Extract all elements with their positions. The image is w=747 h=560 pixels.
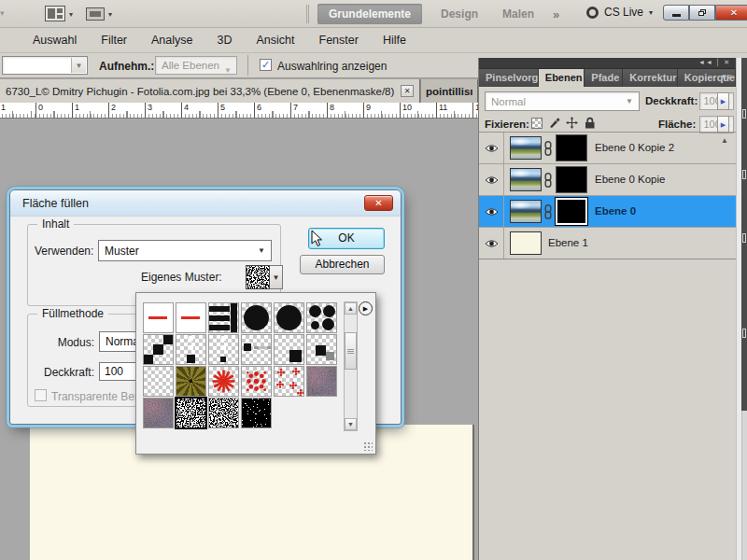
- pattern-swatch-black-square-bottom-right[interactable]: [274, 334, 304, 365]
- pattern-swatch-diagonal-black-squares[interactable]: [143, 334, 174, 365]
- verwenden-dropdown[interactable]: Muster ▼: [98, 240, 272, 261]
- pattern-swatch-bw-noise-dense[interactable]: [241, 398, 272, 428]
- popup-resize-grip[interactable]: [363, 441, 373, 451]
- pattern-swatch-dotted-column-black-square[interactable]: [176, 334, 206, 365]
- pattern-swatch-black-stripes[interactable]: [208, 302, 239, 333]
- layers-scroll-up-icon[interactable]: ▲: [721, 136, 728, 145]
- pattern-preview: [307, 367, 336, 396]
- arrange-documents-icon[interactable]: [45, 6, 65, 21]
- pattern-swatch-dark-purple-texture[interactable]: [143, 398, 174, 428]
- layer-row[interactable]: Ebene 0: [479, 196, 736, 228]
- restore-button[interactable]: [689, 5, 715, 21]
- collapsed-panel-icon[interactable]: [742, 329, 746, 338]
- layer-mask-thumbnail[interactable]: [556, 166, 587, 193]
- collapsed-panel-icon[interactable]: [742, 170, 746, 179]
- document-tab[interactable]: 6730_L© Dmitry Pichugin - Fotolia.com.jp…: [0, 79, 420, 103]
- ruler-number: 2: [111, 103, 116, 112]
- horizontal-ruler: 10123456789101112: [0, 103, 478, 119]
- layer-thumbnail[interactable]: [510, 136, 542, 160]
- pattern-swatch-black-circle-large[interactable]: [241, 302, 272, 333]
- transparente-checkbox[interactable]: [35, 389, 47, 401]
- menu-auswahl[interactable]: Auswahl: [21, 34, 89, 47]
- tab-close-icon[interactable]: ✕: [401, 85, 414, 97]
- document-tab[interactable]: pointillism: [421, 79, 478, 103]
- pattern-swatch-red-dash[interactable]: [176, 302, 206, 333]
- layer-visibility-cell[interactable]: [479, 133, 504, 164]
- layer-row[interactable]: Ebene 0 Kopie: [479, 164, 736, 196]
- layer-visibility-cell[interactable]: [479, 228, 504, 259]
- arrange-documents-caret-icon[interactable]: ▾: [69, 10, 73, 19]
- dropdown-caret-icon[interactable]: ▼: [71, 58, 86, 73]
- deckkraft-spin-icon[interactable]: ▶: [717, 92, 729, 110]
- menu-hilfe[interactable]: Hilfe: [371, 34, 418, 47]
- panel-tab-ebenen[interactable]: Ebenen: [539, 69, 585, 87]
- pattern-flyout-menu-icon[interactable]: ▶: [359, 301, 373, 315]
- pattern-picker-caret-icon[interactable]: ▼: [270, 265, 283, 289]
- pattern-swatch-black-circle-large[interactable]: [274, 302, 304, 333]
- panel-menu-icon[interactable]: ▾≡: [722, 72, 731, 81]
- panel-tab-pfade[interactable]: Pfade: [585, 69, 623, 87]
- collapsed-panel-icon[interactable]: [742, 109, 746, 119]
- pattern-swatch-dotted-column-small-square[interactable]: [208, 334, 239, 365]
- layer-thumbnail[interactable]: [510, 231, 542, 255]
- layer-mask-thumbnail[interactable]: [556, 198, 587, 225]
- application-bar: ▾ ▾ ▾ GrundelementeDesignMalen» CS Live …: [0, 0, 747, 28]
- cancel-button[interactable]: Abbrechen: [300, 255, 385, 274]
- layer-visibility-cell[interactable]: [479, 164, 504, 196]
- pattern-swatch-red-ornaments-scattered[interactable]: [274, 366, 304, 397]
- screen-mode-icon[interactable]: [86, 7, 105, 21]
- lock-transparency-icon[interactable]: [531, 118, 543, 129]
- collapse-panels-icon[interactable]: ◄◄: [698, 59, 713, 65]
- layer-mask-thumbnail[interactable]: [556, 134, 587, 161]
- workspace-tab-malen[interactable]: Malen: [497, 4, 540, 24]
- pattern-swatch-red-dash[interactable]: [143, 302, 174, 333]
- pattern-swatch-black-gray-squares[interactable]: [306, 334, 337, 365]
- pattern-swatch-black-circles-four[interactable]: [306, 302, 337, 333]
- scroll-up-icon[interactable]: ▲: [345, 302, 357, 315]
- cs-live-menu[interactable]: CS Live ▾: [586, 6, 653, 19]
- close-button[interactable]: ✕: [715, 5, 747, 21]
- dialog-close-button[interactable]: ✕: [364, 195, 393, 211]
- minimize-button[interactable]: [663, 5, 689, 21]
- panel-tab-korrektur[interactable]: Korrektur: [623, 69, 678, 87]
- tool-preset-dropdown[interactable]: ▼: [2, 56, 88, 75]
- workspace-overflow-icon[interactable]: »: [553, 7, 557, 21]
- pattern-swatch-bw-noise[interactable]: [176, 398, 206, 428]
- tool-dropdown-partial-icon[interactable]: ▾: [0, 8, 21, 21]
- lock-paint-brush-icon[interactable]: [548, 117, 560, 129]
- close-panel-icon[interactable]: ✕: [724, 59, 730, 65]
- pattern-swatch-transparent-checker[interactable]: [143, 366, 174, 397]
- layer-visibility-cell[interactable]: [479, 196, 504, 228]
- pattern-swatch-red-ornament[interactable]: [241, 366, 272, 397]
- pattern-swatch-black-square-gray-dashes[interactable]: [241, 334, 272, 365]
- layer-thumbnail[interactable]: [510, 168, 542, 191]
- screen-mode-caret-icon[interactable]: ▾: [108, 10, 112, 19]
- layer-row[interactable]: Ebene 1: [479, 228, 736, 259]
- menu-ansicht[interactable]: Ansicht: [245, 34, 307, 47]
- aufnehm-dropdown[interactable]: Alle Ebenen ▼: [155, 56, 237, 75]
- menu-analyse[interactable]: Analyse: [139, 34, 204, 47]
- custom-pattern-swatch[interactable]: [246, 265, 270, 289]
- blend-mode-dropdown[interactable]: Normal ▼: [485, 91, 640, 111]
- layer-row[interactable]: Ebene 0 Kopie 2: [479, 133, 736, 164]
- collapsed-panel-icon[interactable]: [742, 233, 746, 243]
- pattern-swatch-olive-kaleidoscope[interactable]: [176, 366, 206, 397]
- workspace-tab-grundelemente[interactable]: Grundelemente: [317, 4, 422, 24]
- panel-tab-pinselvorg[interactable]: Pinselvorg: [479, 69, 539, 87]
- menu-3d[interactable]: 3D: [205, 34, 245, 47]
- layer-thumbnail[interactable]: [510, 200, 542, 223]
- menu-fenster[interactable]: Fenster: [307, 34, 371, 47]
- lock-position-icon[interactable]: [566, 117, 578, 129]
- scroll-down-icon[interactable]: ▼: [345, 418, 357, 430]
- pattern-swatch-bw-noise[interactable]: [208, 398, 239, 428]
- pattern-scrollbar[interactable]: ▲ ▼: [344, 301, 358, 431]
- auswahlring-checkbox[interactable]: ✓: [260, 59, 272, 71]
- cs-live-icon: [586, 7, 599, 19]
- pattern-swatch-red-starburst[interactable]: [208, 366, 239, 397]
- workspace-tab-design[interactable]: Design: [435, 4, 484, 24]
- pattern-swatch-dark-purple-texture[interactable]: [306, 366, 337, 397]
- lock-all-icon[interactable]: [584, 117, 596, 129]
- dialog-title[interactable]: Fläche füllen: [10, 190, 401, 217]
- menu-filter[interactable]: Filter: [89, 34, 139, 47]
- scrollbar-thumb[interactable]: [345, 332, 357, 370]
